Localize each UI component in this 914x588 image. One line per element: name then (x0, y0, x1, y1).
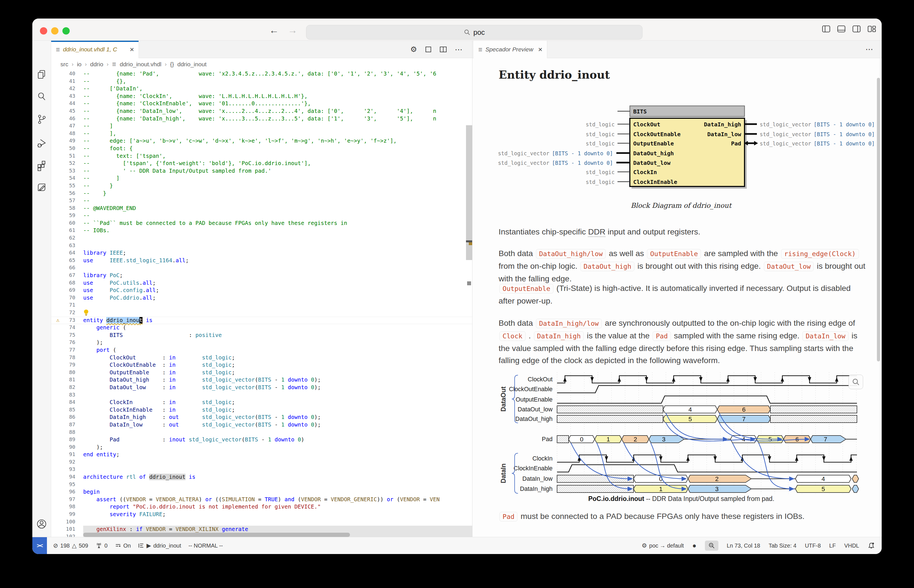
problems-status[interactable]: ⊘ 198 △ 509 (53, 542, 88, 549)
more-actions-icon[interactable]: ⋯ (455, 45, 463, 54)
gutter[interactable]: 56 (51, 190, 83, 197)
code-line-92[interactable]: 92 (51, 459, 472, 466)
tab-ddrio-inout-vhdl[interactable]: ≣ ddrio_inout.vhdl 1, C × (51, 41, 139, 58)
wordwrap-status[interactable]: On (115, 543, 131, 549)
gutter[interactable]: 93 (51, 466, 83, 473)
gutter[interactable]: 72 (51, 309, 83, 317)
split-editor-icon[interactable] (439, 46, 447, 53)
gutter[interactable]: 65 (51, 257, 83, 265)
code-line-42[interactable]: 42-- ['DataIn', (51, 85, 472, 93)
zoom-indicator[interactable] (705, 541, 718, 551)
zoom-window-button[interactable] (62, 27, 70, 34)
gutter[interactable]: 89 (51, 436, 83, 444)
code-line-81[interactable]: 81 DataOut_high : in std_logic_vector(BI… (51, 376, 472, 384)
code-line-84[interactable]: 84 ClockIn : in std_logic; (51, 399, 472, 406)
gutter[interactable]: 90 (51, 444, 83, 451)
code-line-96[interactable]: 96begin (51, 488, 472, 496)
gutter[interactable]: 84 (51, 399, 83, 406)
code-line-52[interactable]: 52-- ['tspan', {'font-weight': 'bold'}, … (51, 160, 472, 167)
language-mode[interactable]: VHDL (844, 543, 859, 549)
code-line-90[interactable]: 90 ); (51, 444, 472, 451)
breadcrumb-entity[interactable]: ddrio_inout (177, 61, 207, 68)
gutter[interactable]: 48 (51, 130, 83, 137)
gutter[interactable]: 62 (51, 234, 83, 242)
gutter[interactable]: 40 (51, 70, 83, 78)
code-line-98[interactable]: 98 report "PoC.io.ddrio.inout is not imp… (51, 503, 472, 511)
tab-size[interactable]: Tab Size: 4 (769, 543, 797, 549)
gutter[interactable]: 82 (51, 384, 83, 391)
gutter[interactable]: 46 (51, 115, 83, 123)
code-line-75[interactable]: 75 BITS : positive (51, 332, 472, 339)
code-line-62[interactable]: 62 (51, 234, 472, 242)
code-line-61[interactable]: 61-- IOBs. (51, 227, 472, 234)
gutter[interactable]: 67 (51, 272, 83, 279)
code-line-74[interactable]: 74 generic ( (51, 324, 472, 332)
breadcrumb-src[interactable]: src (60, 61, 68, 68)
tab-close-icon[interactable]: × (130, 45, 134, 54)
code-line-40[interactable]: 40-- {name: 'Pad', wave: 'x2.3.4.5.z...2… (51, 70, 472, 78)
code-line-56[interactable]: 56-- } (51, 190, 472, 197)
gutter[interactable]: 41 (51, 78, 83, 86)
command-center-search[interactable]: poc (306, 25, 642, 40)
gutter[interactable]: 74 (51, 324, 83, 332)
panel-more-actions-icon[interactable]: ⋯ (865, 45, 874, 54)
code-line-66[interactable]: 66 (51, 264, 472, 272)
code-line-41[interactable]: 41-- {}, (51, 78, 472, 86)
gutter[interactable]: 95 (51, 481, 83, 489)
open-preview-icon[interactable] (425, 46, 432, 53)
toggle-primary-sidebar-icon[interactable] (822, 25, 831, 33)
customize-layout-icon[interactable] (868, 25, 876, 33)
gutter[interactable]: 58 (51, 205, 83, 212)
minimize-window-button[interactable] (51, 27, 58, 34)
gutter[interactable]: 88 (51, 429, 83, 436)
code-line-69[interactable]: 69use PoC.config.all; (51, 287, 472, 294)
gutter[interactable]: 83 (51, 391, 83, 399)
code-line-65[interactable]: 65use IEEE.std_logic_1164.all; (51, 257, 472, 265)
gutter[interactable]: 85 (51, 406, 83, 414)
code-line-48[interactable]: 48-- ], (51, 130, 472, 137)
explorer-icon[interactable] (36, 69, 47, 81)
gutter[interactable]: 44 (51, 100, 83, 108)
search-view-icon[interactable] (36, 91, 47, 102)
code-line-79[interactable]: 79 ClockOutEnable : in std_logic; (51, 362, 472, 369)
breadcrumb-io[interactable]: io (77, 61, 81, 68)
code-line-83[interactable]: 83 (51, 391, 472, 399)
vertical-scrollbar[interactable] (466, 125, 472, 260)
notifications-bell-icon[interactable] (868, 542, 875, 549)
specador-docs-icon[interactable] (36, 182, 47, 194)
gutter[interactable]: 53 (51, 167, 83, 175)
profile-status[interactable]: ⚙ poc → default (642, 542, 684, 549)
code-line-45[interactable]: 45-- {name: 'DataIn_low', wave: 'x.....2… (51, 108, 472, 115)
gutter[interactable]: 77 (51, 347, 83, 354)
code-line-63[interactable]: 63 (51, 242, 472, 250)
gutter[interactable]: 51 (51, 152, 83, 160)
gutter[interactable]: 78 (51, 354, 83, 362)
code-line-85[interactable]: 85 ClockInEnable : in std_logic; (51, 406, 472, 414)
breadcrumb-file[interactable]: ddrio_inout.vhdl (120, 61, 161, 68)
code-line-51[interactable]: 51-- text: ['tspan', (51, 152, 472, 160)
gutter[interactable]: 63 (51, 242, 83, 250)
code-line-87[interactable]: 87 DataIn_low : out std_logic_vector(BIT… (51, 421, 472, 429)
gutter[interactable]: 71 (51, 302, 83, 309)
gutter[interactable]: 97 (51, 496, 83, 504)
cursor-position[interactable]: Ln 73, Col 18 (727, 543, 760, 549)
code-line-55[interactable]: 55-- } (51, 182, 472, 190)
gutter[interactable]: 61 (51, 227, 83, 234)
gutter[interactable]: 99 (51, 511, 83, 519)
code-line-50[interactable]: 50-- foot: { (51, 145, 472, 152)
source-control-icon[interactable] (36, 113, 47, 125)
scope-status[interactable]: ▶ ddrio_inout (138, 542, 181, 549)
code-line-99[interactable]: 99 severity FAILURE; (51, 511, 472, 519)
panel-scrollbar[interactable] (877, 78, 880, 362)
account-icon[interactable] (36, 518, 47, 530)
code-line-80[interactable]: 80 OutputEnable : in std_logic; (51, 369, 472, 376)
toggle-secondary-sidebar-icon[interactable] (852, 25, 861, 33)
horizontal-scrollbar[interactable] (83, 533, 350, 537)
code-line-49[interactable]: 49-- edge: ['a~>u', 'b~>v', 'c~>w', 'd~>… (51, 137, 472, 145)
code-line-93[interactable]: 93 (51, 466, 472, 473)
code-line-101[interactable]: 101 genXilinx : if VENDOR = VENDOR_XILIN… (51, 526, 472, 533)
gutter[interactable]: 52 (51, 160, 83, 167)
gutter[interactable]: 50 (51, 145, 83, 152)
code-line-46[interactable]: 46-- {name: 'DataIn_high', wave: 'x.....… (51, 115, 472, 123)
ports-status[interactable]: 0 (96, 542, 108, 549)
